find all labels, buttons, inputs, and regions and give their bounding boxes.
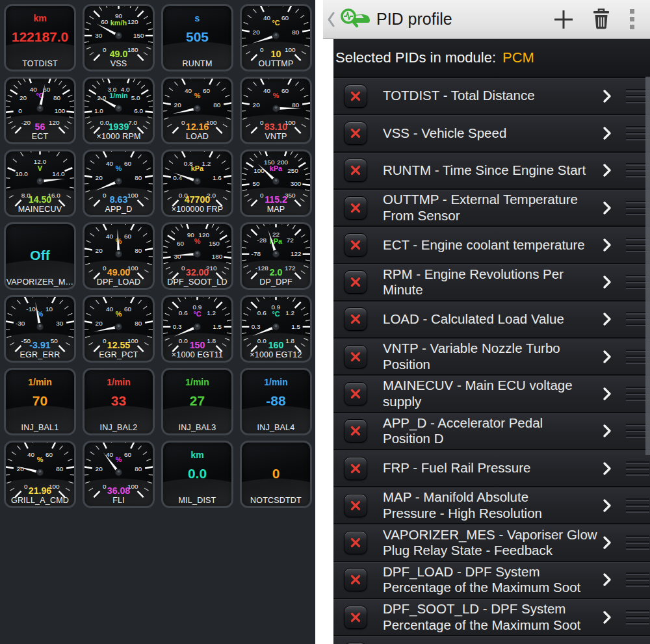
pid-label: VNTP - Variable Nozzle TurboPosition <box>383 341 603 372</box>
svg-text:1.8: 1.8 <box>285 337 294 344</box>
overflow-menu-button[interactable] <box>620 4 644 35</box>
gauge-tile-egr-pct[interactable]: 020406080100%12.55EGR_PCT <box>83 295 155 363</box>
pid-remove-checkbox[interactable] <box>344 233 367 257</box>
add-pid-button[interactable] <box>545 4 582 35</box>
pid-remove-checkbox[interactable] <box>344 419 367 443</box>
pid-row[interactable]: VSS - Vehicle Speed <box>333 115 650 151</box>
chevron-right-icon <box>603 311 612 327</box>
red-x-icon <box>349 164 362 177</box>
gauge-tile-inj-bal1[interactable]: 1/min70INJ_BAL1 <box>4 368 76 435</box>
gauge-tile-vss[interactable]: 0306090120150180km/h49.0VSS <box>83 4 155 71</box>
gauge-tile-dp-dpf[interactable]: -128-78-282272122172kPa2.0DP_DPF <box>240 222 312 290</box>
svg-text:12.16: 12.16 <box>186 122 209 132</box>
pid-label: OUTTMP - External TemperatureFrom Sensor <box>383 192 603 224</box>
pid-remove-checkbox[interactable] <box>344 568 367 591</box>
pid-row[interactable]: LOAD - Calculated Load Value <box>333 302 650 337</box>
pid-remove-checkbox[interactable] <box>344 122 367 145</box>
pid-row[interactable]: DP_DPF - Differential pressure on <box>333 636 650 644</box>
gauge-tile-notcsdtdt[interactable]: 0NOTCSDTDT <box>240 441 312 508</box>
drag-handle-icon[interactable] <box>626 535 649 550</box>
gauge-tile-load[interactable]: 020406080100%12.16LOAD <box>161 77 233 144</box>
tile-label: RUNTM <box>163 59 231 68</box>
pid-remove-checkbox[interactable] <box>344 307 367 331</box>
svg-text:1/min: 1/min <box>109 92 127 99</box>
svg-text:0.6: 0.6 <box>179 309 188 316</box>
svg-text:-30: -30 <box>16 320 25 327</box>
gauge-tile-totdist[interactable]: km122187.0TOTDIST <box>4 4 76 71</box>
tile-label: MAP <box>242 205 310 214</box>
gauge-tile-outtmp[interactable]: 020406080100°C10OUTTMP <box>240 4 312 71</box>
pid-remove-checkbox[interactable] <box>344 270 367 294</box>
red-x-icon <box>349 424 362 437</box>
tile-label: FLI <box>84 496 153 505</box>
svg-text:90: 90 <box>187 231 195 238</box>
pid-remove-checkbox[interactable] <box>344 196 367 220</box>
drag-handle-icon[interactable] <box>626 461 649 476</box>
delete-profile-button[interactable] <box>582 4 620 35</box>
pid-row[interactable]: DPF_SOOT_LD - DPF SystemPercentage of th… <box>333 599 650 635</box>
svg-text:0: 0 <box>260 46 264 53</box>
gauge-tile-dpf-load[interactable]: 020406080100%49.00DPF_LOAD <box>83 222 155 290</box>
red-x-icon <box>349 276 362 289</box>
gauge-tile-vntp[interactable]: 020406080100%83.10VNTP <box>240 77 312 144</box>
gauge-tile-mil-dist[interactable]: km0.0MIL_DIST <box>161 441 233 508</box>
pid-row[interactable]: VAPORIZER_MES - Vaporiser GlowPlug Relay… <box>333 524 650 560</box>
gauge-tile-inj-bal4[interactable]: 1/min-88INJ_BAL4 <box>240 368 312 435</box>
pid-label: RPM - Engine Revolutions PerMinute <box>383 266 603 298</box>
svg-text:-20: -20 <box>21 119 31 126</box>
drag-handle-icon[interactable] <box>626 610 649 625</box>
pid-row[interactable]: MAP - Manifold AbsolutePressure - High R… <box>333 487 650 523</box>
pid-row[interactable]: ECT - Engine coolant temperature <box>333 227 650 263</box>
gauge-tile--100000-frp[interactable]: 0.00.40.81.21.62.0kPa47700×100000 FRP <box>161 149 233 217</box>
gauge-tile-inj-bal2[interactable]: 1/min33INJ_BAL2 <box>83 368 155 435</box>
gauge-tile-inj-bal3[interactable]: 1/min27INJ_BAL3 <box>161 368 233 435</box>
pid-row[interactable]: OUTTMP - External TemperatureFrom Sensor <box>333 190 650 225</box>
gauge-tile-map[interactable]: 050100150200250300350kPa115.2MAP <box>240 149 312 217</box>
gauge-dial: 8.010.012.014.016.0V14.50 <box>6 151 74 209</box>
svg-text:-78: -78 <box>252 250 261 257</box>
gauge-tile--1000-egt12[interactable]: 0.00.30.60.91.21.51.8°C160×1000 EGT12 <box>240 295 312 363</box>
svg-text:0: 0 <box>103 264 107 272</box>
drag-handle-icon[interactable] <box>626 498 649 513</box>
gauge-tile-grill-a-cmd[interactable]: 020406080100%21.96GRILL_A_CMD <box>4 441 76 508</box>
gauge-tile-ect[interactable]: -20020406080100120°C56ECT <box>4 77 76 144</box>
gauge-tile-runtm[interactable]: s505RUNTM <box>161 4 233 71</box>
pid-remove-checkbox[interactable] <box>344 84 367 108</box>
gauge-tile-fli[interactable]: 020406080100%36.08FLI <box>83 441 155 508</box>
pid-label: LOAD - Calculated Load Value <box>383 311 603 328</box>
svg-text:%: % <box>37 456 44 463</box>
pid-row[interactable]: RPM - Engine Revolutions PerMinute <box>333 264 650 300</box>
pid-row[interactable]: VNTP - Variable Nozzle TurboPosition <box>333 339 650 374</box>
gauge-tile-egr-err[interactable]: -50-30-10103050%-3.91EGR_ERR <box>4 295 76 363</box>
pid-remove-checkbox[interactable] <box>344 457 367 480</box>
gauge-tile-mainecuv[interactable]: 8.010.012.014.016.0V14.50MAINECUV <box>4 149 76 217</box>
red-x-icon <box>349 238 362 251</box>
pid-remove-checkbox[interactable] <box>344 382 367 406</box>
pid-row[interactable]: MAINECUV - Main ECU voltagesupply <box>333 376 650 411</box>
svg-text:20: 20 <box>96 247 103 254</box>
pid-remove-checkbox[interactable] <box>344 159 367 182</box>
pid-label: MAINECUV - Main ECU voltagesupply <box>383 378 603 409</box>
scrollbar-thumb[interactable] <box>645 77 650 455</box>
gauge-tile--1000-egt11[interactable]: 0.00.30.60.91.21.51.8°C150×1000 EGT11 <box>161 295 233 363</box>
svg-text:10: 10 <box>46 305 53 313</box>
drag-handle-icon[interactable] <box>626 573 649 587</box>
pid-remove-checkbox[interactable] <box>344 345 367 368</box>
pid-remove-checkbox[interactable] <box>344 494 367 517</box>
pid-remove-checkbox[interactable] <box>344 606 367 629</box>
pid-row[interactable]: RUNTM - Time Since Engine Start <box>333 153 650 188</box>
pid-row[interactable]: APP_D - Accelerator PedalPosition D <box>333 413 650 449</box>
gauge-tile-vaporizer-m-[interactable]: OffVAPORIZER_M… <box>4 222 76 290</box>
gauge-tile--1000-rpm[interactable]: 0.01.02.03.04.05.06.07.01/min1939×1000 R… <box>83 77 155 144</box>
pid-row[interactable]: FRP - Fuel Rail Pressure <box>333 450 650 486</box>
pid-row[interactable]: TOTDIST - Total Distance <box>333 78 650 114</box>
gauge-dial: -20020406080100120°C56 <box>6 79 74 136</box>
pid-remove-checkbox[interactable] <box>344 531 367 554</box>
tile-label: GRILL_A_CMD <box>6 496 74 505</box>
pid-row[interactable]: DPF_LOAD - DPF SystemPercentage of the M… <box>333 562 650 598</box>
gauge-tile-dpf-soot-ld[interactable]: 0306090120150180210%32.00DPF_SOOT_LD <box>161 222 233 290</box>
tile-label: INJ_BAL1 <box>6 423 74 432</box>
gauge-tile-app-d[interactable]: 020406080100%8.63APP_D <box>83 149 155 217</box>
svg-text:°C: °C <box>272 310 280 318</box>
back-icon[interactable] <box>327 11 335 28</box>
